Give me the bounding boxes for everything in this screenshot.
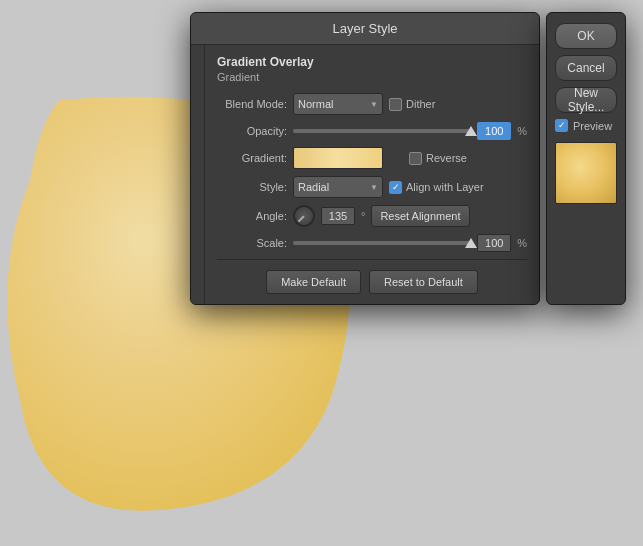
angle-row: Angle: ° Reset Alignment <box>217 205 527 227</box>
reverse-checkbox[interactable] <box>409 152 422 165</box>
angle-dial[interactable] <box>293 205 315 227</box>
opacity-row: Opacity: % <box>217 122 527 140</box>
dialog-body: Gradient Overlay Gradient Blend Mode: No… <box>191 45 539 304</box>
right-panel: OK Cancel New Style... Preview <box>546 12 626 305</box>
dialog-content: Gradient Overlay Gradient Blend Mode: No… <box>205 45 539 304</box>
section-title: Gradient Overlay <box>217 55 527 69</box>
blend-mode-value: Normal <box>298 98 333 110</box>
preview-thumbnail <box>555 142 617 204</box>
dither-checkbox-group: Dither <box>389 98 435 111</box>
opacity-label: Opacity: <box>217 125 287 137</box>
gradient-label: Gradient: <box>217 152 287 164</box>
layer-style-dialog: Layer Style Gradient Overlay Gradient Bl… <box>190 12 540 305</box>
angle-label: Angle: <box>217 210 287 222</box>
reverse-label: Reverse <box>426 152 467 164</box>
blend-mode-row: Blend Mode: Normal ▼ Dither <box>217 93 527 115</box>
new-style-button[interactable]: New Style... <box>555 87 617 113</box>
style-row: Style: Radial ▼ Align with Layer <box>217 176 527 198</box>
align-layer-checkbox[interactable] <box>389 181 402 194</box>
gradient-row: Gradient: Reverse <box>217 147 527 169</box>
divider <box>217 259 527 260</box>
scale-unit: % <box>517 237 527 249</box>
style-select[interactable]: Radial ▼ <box>293 176 383 198</box>
cancel-button[interactable]: Cancel <box>555 55 617 81</box>
opacity-unit: % <box>517 125 527 137</box>
blend-mode-label: Blend Mode: <box>217 98 287 110</box>
dialog-title: Layer Style <box>332 21 397 36</box>
make-default-button[interactable]: Make Default <box>266 270 361 294</box>
style-value: Radial <box>298 181 329 193</box>
gradient-swatch[interactable] <box>293 147 383 169</box>
align-layer-label: Align with Layer <box>406 181 484 193</box>
blend-mode-select[interactable]: Normal ▼ <box>293 93 383 115</box>
preview-checkbox[interactable] <box>555 119 568 132</box>
scale-slider-track[interactable] <box>293 241 471 245</box>
scale-label: Scale: <box>217 237 287 249</box>
style-label: Style: <box>217 181 287 193</box>
scale-slider-thumb <box>465 238 477 248</box>
opacity-slider-track[interactable] <box>293 129 471 133</box>
ok-button[interactable]: OK <box>555 23 617 49</box>
preview-row: Preview <box>555 119 617 132</box>
reverse-checkbox-group: Reverse <box>409 152 467 165</box>
preview-label: Preview <box>573 120 612 132</box>
reset-to-default-button[interactable]: Reset to Default <box>369 270 478 294</box>
angle-unit: ° <box>361 210 365 222</box>
angle-input[interactable] <box>321 207 355 225</box>
dialog-wrapper: Layer Style Gradient Overlay Gradient Bl… <box>190 12 626 305</box>
section-subtitle: Gradient <box>217 71 527 83</box>
opacity-input[interactable] <box>477 122 511 140</box>
blend-mode-arrow-icon: ▼ <box>370 100 378 109</box>
style-arrow-icon: ▼ <box>370 183 378 192</box>
scale-row: Scale: % <box>217 234 527 252</box>
dither-label: Dither <box>406 98 435 110</box>
align-layer-checkbox-group: Align with Layer <box>389 181 484 194</box>
bottom-buttons: Make Default Reset to Default <box>217 270 527 294</box>
reset-alignment-button[interactable]: Reset Alignment <box>371 205 469 227</box>
dialog-titlebar: Layer Style <box>191 13 539 45</box>
dither-checkbox[interactable] <box>389 98 402 111</box>
opacity-slider-thumb <box>465 126 477 136</box>
scale-input[interactable] <box>477 234 511 252</box>
dialog-left-stripe <box>191 45 205 304</box>
